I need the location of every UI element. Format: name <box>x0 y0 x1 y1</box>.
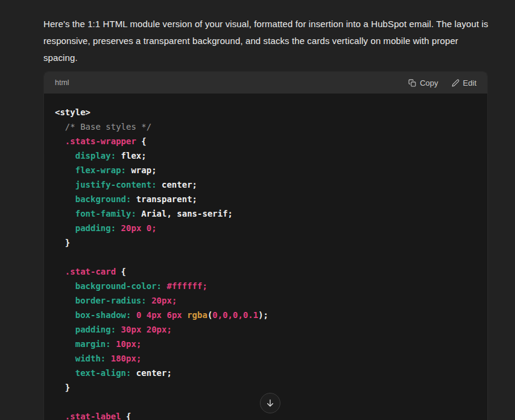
copy-button[interactable]: Copy <box>407 76 439 90</box>
code-token: 30px 20px; <box>121 325 172 334</box>
code-line: border-radius: 20px; <box>55 293 487 308</box>
code-line: .stat-card { <box>55 264 487 279</box>
code-token: { <box>121 412 131 420</box>
code-token <box>55 267 65 276</box>
code-line: padding: 20px 0; <box>55 221 487 235</box>
code-token <box>55 325 75 334</box>
code-token <box>55 354 75 363</box>
code-token <box>106 354 110 363</box>
code-token <box>116 223 121 233</box>
code-token: text-align: <box>75 368 131 378</box>
code-line: padding: 30px 20px; <box>55 322 487 337</box>
code-line: justify-content: center; <box>55 177 487 192</box>
code-token: { <box>136 136 147 146</box>
code-token: background-color: <box>75 281 162 291</box>
code-token: 20px; <box>151 296 177 305</box>
edit-button[interactable]: Edit <box>450 76 478 90</box>
code-token: .stat-card <box>65 267 116 276</box>
code-token: 180px; <box>111 354 142 363</box>
code-line: /* Base styles */ <box>55 119 487 134</box>
code-token <box>55 223 75 233</box>
code-language-label: html <box>55 78 69 87</box>
code-line: display: flex; <box>55 148 487 163</box>
code-token: justify-content: <box>75 180 157 189</box>
code-token <box>55 122 65 132</box>
code-token: border-radius: <box>75 296 147 305</box>
code-token <box>55 209 75 218</box>
code-token <box>55 412 65 420</box>
code-token <box>55 310 75 320</box>
arrow-down-icon <box>265 398 275 408</box>
code-line: <style> <box>55 105 487 119</box>
code-line: margin: 10px; <box>55 337 487 351</box>
code-token: flex; <box>116 151 147 161</box>
edit-button-label: Edit <box>463 78 476 88</box>
code-token: rgba <box>187 310 207 320</box>
code-token <box>55 368 75 378</box>
code-token: /* Base styles */ <box>65 122 151 132</box>
code-token: padding: <box>75 223 116 233</box>
code-token: center; <box>131 368 171 378</box>
scroll-to-bottom-button[interactable] <box>260 393 280 413</box>
code-line: background-color: #ffffff; <box>55 279 487 293</box>
code-token: flex-wrap: <box>75 165 126 175</box>
code-token: width: <box>75 354 106 363</box>
code-line <box>55 250 487 264</box>
code-token: font-family: <box>75 209 136 218</box>
copy-button-label: Copy <box>420 78 438 88</box>
edit-pencil-icon <box>452 79 460 87</box>
code-block: html Copy Edit <st <box>43 71 488 420</box>
code-token <box>147 296 151 305</box>
code-token <box>55 194 75 204</box>
code-token: { <box>116 267 126 276</box>
code-token: <style> <box>55 107 90 117</box>
code-token: .stats-wrapper <box>65 136 136 146</box>
code-token <box>55 281 75 291</box>
code-token <box>55 136 65 146</box>
code-token: 10px; <box>116 339 141 349</box>
code-line: width: 180px; <box>55 351 487 366</box>
code-token <box>116 325 121 334</box>
code-line: text-align: center; <box>55 366 487 380</box>
code-token <box>55 151 75 161</box>
code-token: } <box>55 238 70 247</box>
chat-page: Here's the 1:1 HTML module version of yo… <box>0 0 515 420</box>
code-token <box>55 165 75 175</box>
code-token: margin: <box>75 339 111 349</box>
code-line: font-family: Arial, sans-serif; <box>55 206 487 221</box>
code-line: } <box>55 235 487 250</box>
code-token: 0,0,0,0.1 <box>212 310 258 320</box>
code-token: padding: <box>75 325 116 334</box>
code-token: ); <box>258 310 268 320</box>
code-token: } <box>55 383 70 392</box>
code-token <box>55 180 75 189</box>
code-token: display: <box>75 151 116 161</box>
code-token: Arial, sans-serif; <box>136 209 233 218</box>
code-content[interactable]: <style> /* Base styles */ .stats-wrapper… <box>44 94 487 420</box>
code-line: .stats-wrapper { <box>55 134 487 148</box>
code-line: box-shadow: 0 4px 6px rgba(0,0,0,0.1); <box>55 308 487 322</box>
code-token: .stat-label <box>65 412 121 420</box>
code-token: wrap; <box>126 165 157 175</box>
assistant-message-text: Here's the 1:1 HTML module version of yo… <box>43 16 488 66</box>
code-token <box>111 339 116 349</box>
code-token: #ffffff; <box>166 281 207 291</box>
code-token: 0 4px 6px <box>136 310 187 320</box>
code-token <box>55 339 75 349</box>
copy-icon <box>408 79 416 87</box>
code-line: flex-wrap: wrap; <box>55 163 487 177</box>
code-token: 20px 0; <box>121 223 157 233</box>
code-token: background: <box>75 194 131 204</box>
code-line: background: transparent; <box>55 192 487 206</box>
code-token: center; <box>157 180 197 189</box>
code-token: transparent; <box>131 194 197 204</box>
code-token <box>131 310 136 320</box>
code-block-header: html Copy Edit <box>44 72 487 94</box>
code-token: box-shadow: <box>75 310 131 320</box>
code-token <box>55 296 75 305</box>
